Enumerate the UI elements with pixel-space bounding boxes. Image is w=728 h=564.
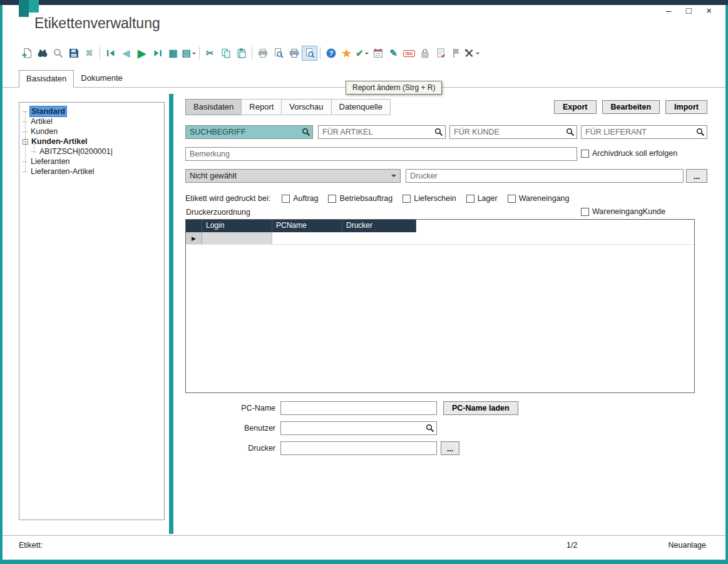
lager-checkbox[interactable]: Lager — [466, 194, 498, 203]
tab-dokumente[interactable]: Dokumente — [74, 70, 129, 88]
suchbegriff-input[interactable] — [185, 125, 313, 139]
flag-icon[interactable] — [448, 46, 464, 61]
grid-header-pcname[interactable]: PCName — [272, 220, 342, 232]
benutzer-row: Benutzer — [178, 421, 437, 436]
betriebsauftrag-checkbox[interactable]: Betriebsauftrag — [328, 194, 392, 203]
tree-guide-line — [25, 111, 26, 173]
print-settings-icon[interactable] — [286, 46, 302, 61]
label-type-dropdown[interactable]: Nicht gewählt — [185, 169, 401, 183]
prev-record-icon[interactable]: ◀ — [118, 46, 134, 61]
pc-name-input[interactable] — [280, 401, 437, 415]
last-record-icon[interactable] — [150, 46, 165, 61]
calendar-icon[interactable] — [370, 46, 386, 61]
drucker-input[interactable] — [406, 169, 684, 183]
close-button[interactable]: × — [706, 5, 712, 16]
drucker-browse-button[interactable]: ... — [686, 169, 707, 183]
grid-row[interactable]: ▶ — [186, 232, 694, 245]
fuer-artikel-field — [318, 125, 446, 139]
find-icon[interactable] — [34, 46, 50, 61]
mode-indicator: Neuanlage — [669, 541, 706, 550]
export-button[interactable]: Export — [554, 100, 597, 114]
grid-cell-login[interactable] — [202, 232, 272, 244]
new-record-icon[interactable] — [19, 46, 34, 61]
drucker-label: Drucker — [178, 444, 275, 453]
detail-tab-report[interactable]: Report — [241, 99, 282, 115]
tab-basisdaten[interactable]: Basisdaten — [19, 70, 74, 88]
benutzer-input[interactable] — [280, 421, 437, 435]
grid-header: Login PCName Drucker — [186, 220, 694, 232]
detail-tab-basisdaten[interactable]: Basisdaten — [185, 99, 242, 115]
tree-guide-line — [34, 144, 34, 153]
brand-bookmark-icon — [19, 0, 29, 17]
help-icon[interactable]: ? — [323, 46, 339, 61]
wareneingang-checkbox[interactable]: Wareneingang — [508, 194, 570, 203]
label-tree-panel: Standard Artikel Kunden -Kunden-Artikel … — [19, 102, 165, 520]
iso-icon[interactable]: ISO — [401, 46, 417, 61]
tree-item-lieferanten-artikel[interactable]: Lieferanten-Artikel — [19, 167, 164, 177]
detail-tab-datenquelle[interactable]: Datenquelle — [331, 99, 391, 115]
check-icon[interactable]: ✔ — [354, 46, 370, 61]
tree-item-artikel[interactable]: Artikel — [19, 116, 164, 126]
bemerkung-input[interactable] — [185, 147, 577, 161]
detail-tab-vorschau[interactable]: Vorschau — [281, 99, 331, 115]
print-when-label: Etikett wird gedruckt bei: — [185, 194, 270, 203]
paste-icon[interactable] — [233, 46, 249, 61]
fuer-artikel-input[interactable] — [318, 125, 446, 139]
brand-bookmark-icon — [29, 0, 39, 13]
tree-item-standard[interactable]: Standard — [19, 106, 164, 116]
archivdruck-checkbox[interactable]: Archivdruck soll erfolgen — [581, 149, 677, 158]
pc-name-laden-button[interactable]: PC-Name laden — [443, 401, 518, 415]
import-button[interactable]: Import — [665, 100, 707, 114]
fuer-lieferant-field — [581, 125, 707, 139]
minimize-button[interactable]: – — [666, 5, 671, 16]
bemerkung-row: Archivdruck soll erfolgen — [178, 147, 709, 162]
fuer-lieferant-input[interactable] — [581, 125, 707, 139]
lock-icon[interactable] — [417, 46, 433, 61]
edit-icon[interactable]: ✎ — [386, 46, 401, 61]
druckerzuordnung-label: Druckerzuordnung — [186, 208, 250, 217]
zoom-icon[interactable] — [50, 46, 66, 61]
bearbeiten-button[interactable]: Bearbeiten — [602, 100, 660, 114]
wareneingangkunde-checkbox[interactable]: WareneingangKunde — [581, 207, 665, 216]
panel-splitter[interactable] — [169, 94, 173, 534]
grid-header-login[interactable]: Login — [202, 220, 272, 232]
lieferschein-checkbox[interactable]: Lieferschein — [402, 194, 456, 203]
benutzer-label: Benutzer — [178, 424, 275, 433]
tools-icon[interactable] — [464, 46, 479, 61]
chevron-down-icon — [391, 175, 396, 180]
tree-item-kunden[interactable]: Kunden — [19, 126, 164, 136]
window-border-right — [725, 5, 728, 564]
main-tab-strip: Basisdaten Dokumente — [19, 70, 130, 88]
druckerzuordnung-grid[interactable]: Login PCName Drucker ▶ — [185, 219, 695, 393]
copy-icon[interactable] — [218, 46, 233, 61]
table-view-icon[interactable]: ▦ — [165, 46, 181, 61]
fuer-kunde-input[interactable] — [449, 125, 577, 139]
doc-check-icon[interactable] — [433, 46, 448, 61]
save-icon[interactable] — [66, 46, 81, 61]
drucker-bottom-row: Drucker ... — [178, 441, 459, 456]
auftrag-checkbox[interactable]: Auftrag — [282, 194, 318, 203]
maximize-button[interactable]: □ — [686, 5, 692, 16]
tree-item-lieferanten[interactable]: Lieferanten — [19, 156, 164, 167]
tree-item-kunden-artikel[interactable]: -Kunden-Artikel — [19, 136, 164, 146]
drucker-bottom-input[interactable] — [280, 441, 437, 455]
toolbar-separator — [252, 47, 252, 59]
pc-name-label: PC-Name — [178, 404, 275, 413]
drucker-bottom-browse-button[interactable]: ... — [441, 441, 459, 455]
print-icon[interactable] — [255, 46, 270, 61]
next-record-icon[interactable]: ▶ — [134, 46, 150, 61]
grid-header-drucker[interactable]: Drucker — [342, 220, 416, 232]
pc-name-row: PC-Name PC-Name laden — [178, 401, 518, 416]
grid-header-selector — [186, 220, 202, 232]
form-view-icon[interactable]: ▤ — [181, 46, 197, 61]
report-icon[interactable] — [302, 46, 317, 61]
tree-item-abitzsch[interactable]: ABITZSCH|0200001| — [19, 146, 164, 156]
titlebar-strip — [0, 0, 728, 5]
print-preview-icon[interactable] — [270, 46, 286, 61]
printer-row: Nicht gewählt ... — [178, 169, 709, 184]
favorites-icon[interactable]: ★ — [339, 46, 354, 61]
first-record-icon[interactable] — [103, 46, 118, 61]
cut-icon[interactable]: ✂ — [202, 46, 218, 61]
report-tooltip: Report ändern (Strg + R) — [346, 81, 442, 95]
delete-icon[interactable]: ✖ — [81, 46, 97, 61]
